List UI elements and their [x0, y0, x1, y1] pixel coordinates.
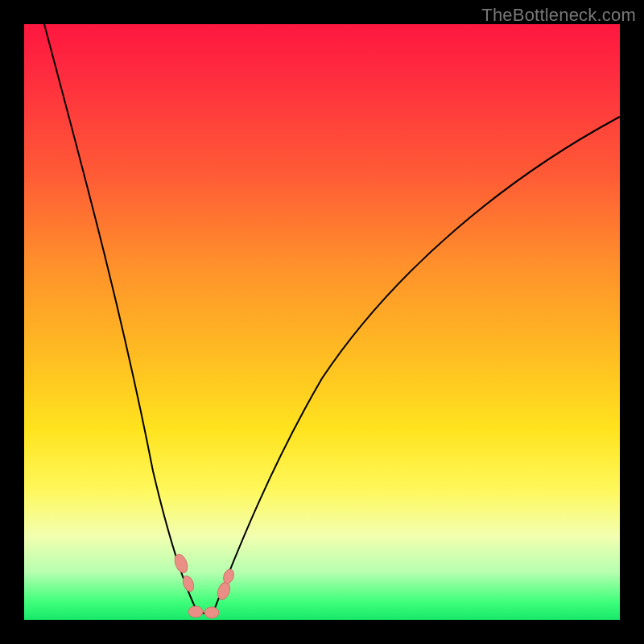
outer-frame: TheBottleneck.com — [0, 0, 644, 644]
watermark-text: TheBottleneck.com — [481, 5, 636, 26]
plot-area — [24, 24, 620, 620]
marker-3 — [188, 606, 203, 617]
marker-1 — [172, 552, 190, 574]
curve-left-branch — [44, 24, 197, 612]
curve-layer — [24, 24, 620, 620]
marker-4 — [204, 607, 219, 618]
trough-markers — [172, 552, 236, 618]
curve-right-branch — [213, 117, 620, 612]
